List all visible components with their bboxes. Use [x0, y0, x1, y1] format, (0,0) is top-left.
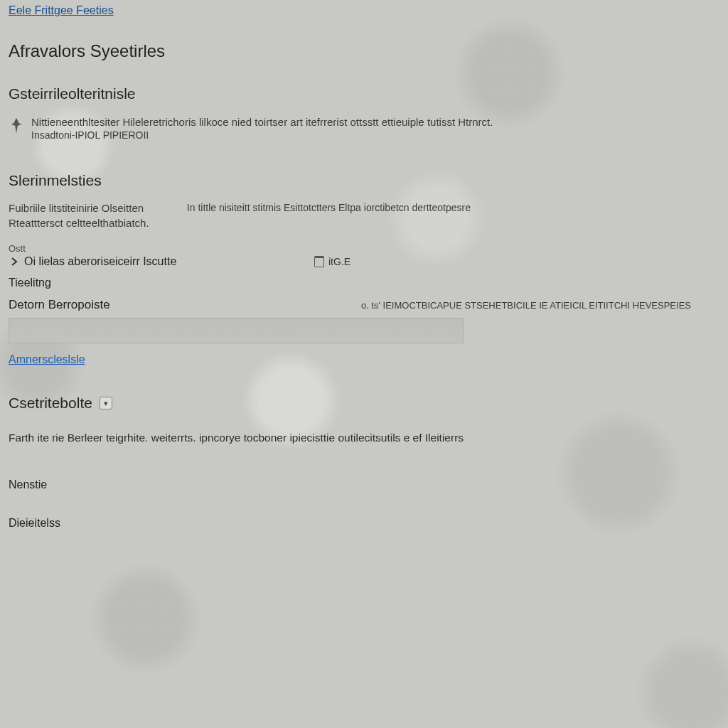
- date-hint: o. ts' IEIMOCTBICAPUE STSEHETBICILE IE A…: [361, 300, 691, 311]
- checkbox-small-label: Ostt: [9, 243, 719, 254]
- field-row: Tieelitng: [9, 277, 719, 289]
- text-input[interactable]: [9, 318, 464, 343]
- section2-meta: In tittle nisiteitt stitmis Esittotctter…: [187, 202, 471, 213]
- breadcrumb-link[interactable]: Eele Frittgee Feeties: [9, 4, 114, 17]
- section3-heading: Csetritebolte: [9, 395, 92, 412]
- page-title: Afravalors Syeetirles: [9, 41, 719, 61]
- section2-heading: Slerinmelsties: [9, 172, 719, 189]
- pinned-note: Nittieneenthltesiter Hileleretrichoris l…: [9, 115, 719, 141]
- collapse-icon[interactable]: ▾: [100, 397, 112, 410]
- section1-heading: Gsteirrileolteritnisle: [9, 85, 719, 102]
- pinned-note-line2: Insadtoni-IPIOL PIPIEROII: [31, 129, 493, 141]
- section3-paragraph: Farth ite rie Berleer teigrhite. weiterr…: [9, 432, 592, 444]
- trash-label: itG.E: [328, 256, 350, 267]
- pinned-note-line1: Nittieneenthltesiter Hileleretrichoris l…: [31, 115, 493, 129]
- section2-link[interactable]: Amnerscleslsle: [9, 353, 85, 366]
- checkbox-label[interactable]: Oi lielas aberoriseiceirr Iscutte: [24, 255, 176, 268]
- trash-icon: [314, 256, 324, 267]
- field-label: Tieelitng: [9, 277, 51, 289]
- pushpin-icon: [9, 117, 24, 136]
- section3-field1: Nenstie: [9, 478, 719, 491]
- date-label: Detorn Berropoiste: [9, 298, 110, 312]
- section3-field2: Dieieitelss: [9, 517, 719, 530]
- section2-desc2: Rteatttersct celtteelthatbiatch.: [9, 217, 719, 229]
- trash-action[interactable]: itG.E: [314, 256, 350, 267]
- chevron-right-icon[interactable]: [9, 256, 20, 267]
